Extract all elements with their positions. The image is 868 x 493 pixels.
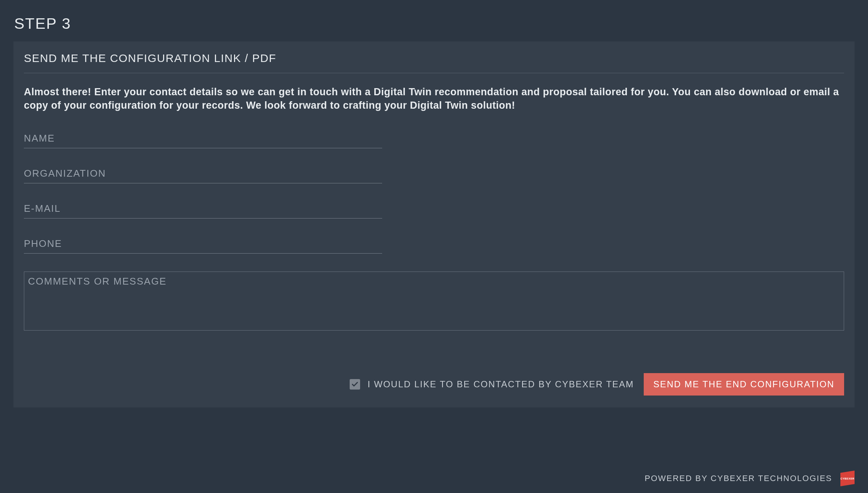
phone-field-row — [24, 236, 844, 254]
email-input[interactable] — [24, 201, 382, 218]
panel-heading: SEND ME THE CONFIGURATION LINK / PDF — [24, 52, 844, 73]
submit-button[interactable]: SEND ME THE END CONFIGURATION — [644, 373, 844, 396]
name-field-row — [24, 131, 844, 148]
contact-checkbox-label: I WOULD LIKE TO BE CONTACTED BY CYBEXER … — [368, 379, 634, 390]
step-title: STEP 3 — [14, 15, 854, 32]
contact-form: I WOULD LIKE TO BE CONTACTED BY CYBEXER … — [24, 120, 844, 396]
page-header: STEP 3 — [0, 0, 868, 41]
panel-description: Almost there! Enter your contact details… — [24, 73, 844, 120]
email-field-row — [24, 201, 844, 218]
contact-checkbox-wrap: I WOULD LIKE TO BE CONTACTED BY CYBEXER … — [350, 379, 634, 390]
footer-powered-by: POWERED BY CYBEXER TECHNOLOGIES — [644, 474, 832, 483]
svg-text:CYBEXER: CYBEXER — [840, 477, 854, 480]
action-row: I WOULD LIKE TO BE CONTACTED BY CYBEXER … — [24, 373, 844, 396]
comments-field-row — [24, 272, 844, 332]
organization-input[interactable] — [24, 166, 382, 183]
phone-input[interactable] — [24, 236, 382, 254]
check-icon — [351, 381, 359, 388]
contact-checkbox[interactable] — [350, 379, 360, 390]
cybexer-logo-icon: CYBEXER — [839, 470, 856, 487]
comments-textarea[interactable] — [24, 272, 844, 331]
organization-field-row — [24, 166, 844, 183]
configuration-panel: SEND ME THE CONFIGURATION LINK / PDF Alm… — [13, 41, 855, 407]
name-input[interactable] — [24, 131, 382, 148]
footer: POWERED BY CYBEXER TECHNOLOGIES CYBEXER — [0, 464, 868, 493]
